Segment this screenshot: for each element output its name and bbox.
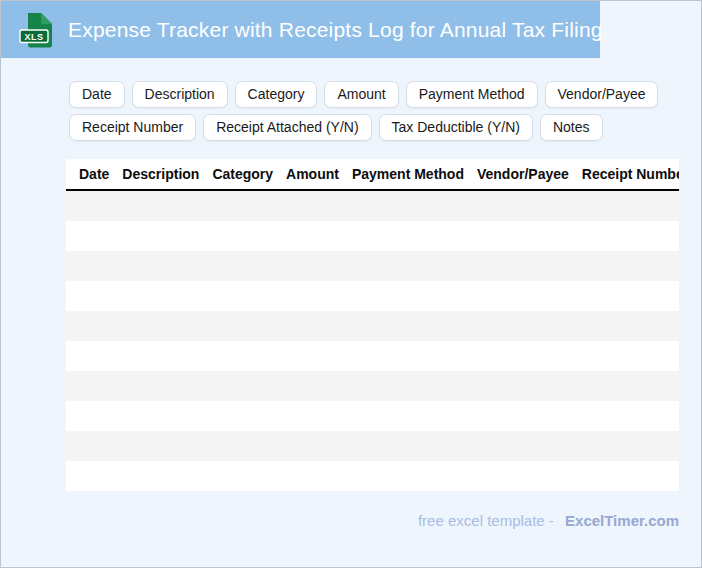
column-chip[interactable]: Receipt Attached (Y/N) [203, 114, 371, 141]
column-header: Date [79, 166, 109, 182]
column-chip[interactable]: Receipt Number [69, 114, 196, 141]
footer: free excel template - ExcelTimer.com [418, 512, 679, 529]
column-chip[interactable]: Description [132, 81, 228, 108]
table-row [66, 191, 679, 221]
column-chip[interactable]: Category [235, 81, 318, 108]
column-header: Category [212, 166, 273, 182]
header-bar: XLS Expense Tracker with Receipts Log fo… [1, 1, 600, 58]
column-header: Payment Method [352, 166, 464, 182]
page: XLS Expense Tracker with Receipts Log fo… [0, 0, 702, 568]
table-row [66, 221, 679, 251]
footer-brand-link[interactable]: ExcelTimer.com [565, 512, 679, 529]
column-chip[interactable]: Vendor/Payee [545, 81, 659, 108]
table-row [66, 461, 679, 491]
column-header: Vendor/Payee [477, 166, 569, 182]
column-chip[interactable]: Notes [540, 114, 603, 141]
file-label-text: XLS [24, 31, 43, 41]
column-chip[interactable]: Date [69, 81, 125, 108]
page-title: Expense Tracker with Receipts Log for An… [68, 18, 603, 42]
table-row [66, 281, 679, 311]
table-body [66, 191, 679, 491]
column-chip[interactable]: Amount [324, 81, 398, 108]
column-chip[interactable]: Tax Deductible (Y/N) [379, 114, 533, 141]
table-row [66, 311, 679, 341]
column-chips-section: DateDescriptionCategoryAmountPayment Met… [69, 81, 658, 147]
table-row [66, 341, 679, 371]
table-row [66, 401, 679, 431]
expense-table: DateDescriptionCategoryAmountPayment Met… [66, 159, 679, 491]
column-header: Receipt Number [582, 166, 679, 182]
table-row [66, 371, 679, 401]
chip-row-2: Receipt NumberReceipt Attached (Y/N)Tax … [69, 114, 658, 141]
table-row [66, 251, 679, 281]
column-header: Amount [286, 166, 339, 182]
chip-row-1: DateDescriptionCategoryAmountPayment Met… [69, 81, 658, 108]
table-header-row: DateDescriptionCategoryAmountPayment Met… [66, 159, 679, 191]
footer-tagline: free excel template - [418, 512, 554, 529]
table-row [66, 431, 679, 461]
file-fold-corner [41, 13, 52, 24]
column-header: Description [122, 166, 199, 182]
xls-file-icon: XLS [17, 10, 57, 50]
column-chip[interactable]: Payment Method [406, 81, 538, 108]
